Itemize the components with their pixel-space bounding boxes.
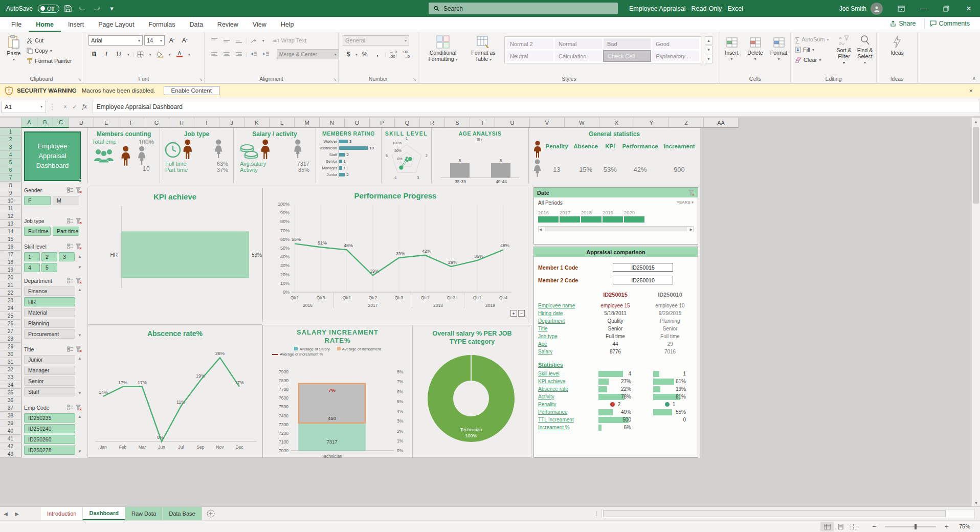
sheet-nav-left-icon[interactable]: ◀ xyxy=(0,507,11,520)
ribbon-tab-page-layout[interactable]: Page Layout xyxy=(91,18,141,32)
row-header-6[interactable]: 6 xyxy=(0,166,21,174)
styles-gallery-down-icon[interactable]: ▼ xyxy=(705,46,712,54)
fill-button[interactable]: Fill▾ xyxy=(794,45,830,55)
styles-gallery-more-icon[interactable]: ▼ xyxy=(705,55,712,63)
percent-style-icon[interactable]: % xyxy=(359,49,370,59)
slicer-item-f[interactable]: F xyxy=(24,196,51,205)
multi-select-icon[interactable] xyxy=(67,243,74,250)
zoom-in-icon[interactable]: + xyxy=(940,522,953,531)
row-header-35[interactable]: 35 xyxy=(0,389,21,396)
ribbon-tab-review[interactable]: Review xyxy=(210,18,246,32)
increase-font-icon[interactable]: Aˆ xyxy=(166,35,177,46)
row-header-25[interactable]: 25 xyxy=(0,312,21,320)
ribbon-tab-view[interactable]: View xyxy=(246,18,274,32)
multi-select-icon[interactable] xyxy=(67,278,74,284)
row-header-8[interactable]: 8 xyxy=(0,182,21,189)
save-icon[interactable] xyxy=(64,5,74,12)
style-gallery-item[interactable]: Normal xyxy=(554,38,603,50)
style-gallery-item[interactable]: Good xyxy=(652,38,700,50)
slicer-item-finance[interactable]: Finance xyxy=(24,286,75,296)
style-gallery-item[interactable]: Neutral xyxy=(506,50,554,62)
tab-scrollbar-splitter[interactable]: ⋮ xyxy=(594,507,599,520)
sheet-nav-right-icon[interactable]: ▶ xyxy=(11,507,23,520)
style-gallery-item[interactable]: Normal 2 xyxy=(506,38,554,50)
style-gallery-item[interactable]: Explanatory ... xyxy=(652,50,700,62)
cells-delete-button[interactable]: Delete▾ xyxy=(745,35,766,61)
styles-gallery-up-icon[interactable]: ▲ xyxy=(705,36,712,45)
clear-filter-icon[interactable] xyxy=(76,243,82,250)
row-header-23[interactable]: 23 xyxy=(0,297,21,304)
fill-color-icon[interactable] xyxy=(154,49,166,59)
multi-select-icon[interactable] xyxy=(67,346,74,352)
slicer-item-5[interactable]: 5 xyxy=(41,263,57,272)
select-all-corner[interactable] xyxy=(0,118,21,128)
ribbon-tab-data[interactable]: Data xyxy=(182,18,210,32)
column-header-B[interactable]: B xyxy=(37,118,53,128)
row-header-5[interactable]: 5 xyxy=(0,159,21,166)
column-header-O[interactable]: O xyxy=(345,118,370,128)
horizontal-scrollbar[interactable] xyxy=(602,509,975,518)
slicer-scroll-down-icon[interactable]: ▼ xyxy=(77,391,83,395)
sheet-tab-dashboard[interactable]: Dashboard xyxy=(83,507,125,520)
row-header-19[interactable]: 19 xyxy=(0,266,21,274)
column-header-R[interactable]: R xyxy=(420,118,445,128)
slicer-item-id250278[interactable]: ID250278 xyxy=(24,446,75,455)
security-bar-close-icon[interactable]: × xyxy=(969,87,973,95)
row-header-36[interactable]: 36 xyxy=(0,396,21,404)
formula-input[interactable]: Employee Appraisal Dashboard xyxy=(92,101,980,113)
style-gallery-item[interactable]: Check Cell xyxy=(603,50,651,62)
ribbon-display-options-icon[interactable] xyxy=(890,0,912,17)
multi-select-icon[interactable] xyxy=(67,346,74,352)
cancel-entry-icon[interactable]: × xyxy=(63,103,67,110)
increase-indent-icon[interactable] xyxy=(260,49,272,59)
clear-filter-icon[interactable] xyxy=(76,405,82,411)
minimize-button[interactable]: — xyxy=(912,0,935,17)
zoom-out-icon[interactable]: − xyxy=(867,522,881,531)
orientation-more-icon[interactable]: ▾ xyxy=(260,35,266,46)
align-middle-icon[interactable] xyxy=(221,35,232,46)
column-header-G[interactable]: G xyxy=(144,118,169,128)
row-header-10[interactable]: 10 xyxy=(0,197,21,205)
member2-code-select[interactable]: ID250010 xyxy=(613,276,673,284)
quick-access-more-icon[interactable]: ▾ xyxy=(107,5,117,12)
page-break-view-icon[interactable] xyxy=(847,522,860,531)
zoom-level[interactable]: 75% xyxy=(953,523,976,529)
number-format-select[interactable]: General▾ xyxy=(343,35,409,46)
column-header-Q[interactable]: Q xyxy=(395,118,420,128)
slicer-scroll-up-icon[interactable]: ▲ xyxy=(77,287,83,292)
clear-filter-icon[interactable] xyxy=(76,346,82,352)
avatar[interactable] xyxy=(871,3,883,15)
align-right-icon[interactable] xyxy=(233,49,244,59)
row-header-22[interactable]: 22 xyxy=(0,289,21,297)
underline-more-icon[interactable]: ▾ xyxy=(125,49,131,59)
ribbon-tab-insert[interactable]: Insert xyxy=(61,18,91,32)
row-header-13[interactable]: 13 xyxy=(0,220,21,228)
column-header-D[interactable]: D xyxy=(69,118,94,128)
accounting-format-icon[interactable]: $ xyxy=(343,49,354,59)
column-header-N[interactable]: N xyxy=(320,118,345,128)
clear-filter-icon[interactable] xyxy=(76,278,82,284)
column-header-A[interactable]: A xyxy=(21,118,37,128)
redo-icon[interactable] xyxy=(93,6,102,12)
clear-filter-icon[interactable] xyxy=(76,187,82,193)
comma-style-icon[interactable]: , xyxy=(372,49,383,59)
confirm-entry-icon[interactable]: ✓ xyxy=(72,103,77,110)
user-name[interactable]: Joe Smith xyxy=(839,5,866,12)
collapse-ribbon-icon[interactable]: ∧ xyxy=(972,75,976,81)
slicer-scroll-up-icon[interactable]: ▲ xyxy=(77,414,83,419)
multi-select-icon[interactable] xyxy=(67,218,74,224)
search-input[interactable]: Search xyxy=(429,3,618,14)
zoom-slider-thumb[interactable] xyxy=(915,524,917,529)
row-header-30[interactable]: 30 xyxy=(0,350,21,358)
row-header-15[interactable]: 15 xyxy=(0,235,21,243)
column-header-V[interactable]: V xyxy=(530,118,565,128)
row-header-7[interactable]: 7 xyxy=(0,174,21,182)
find-select-button[interactable]: Find & Select▾ xyxy=(854,35,876,65)
font-size-select[interactable]: 14▾ xyxy=(144,35,165,46)
row-header-40[interactable]: 40 xyxy=(0,427,21,435)
new-sheet-button[interactable] xyxy=(202,507,219,520)
paste-button[interactable]: Paste▾ xyxy=(4,35,24,62)
row-header-9[interactable]: 9 xyxy=(0,189,21,197)
name-box[interactable]: A1▾ xyxy=(1,101,46,113)
vertical-scrollbar[interactable]: ▲ ▼ xyxy=(971,118,980,506)
